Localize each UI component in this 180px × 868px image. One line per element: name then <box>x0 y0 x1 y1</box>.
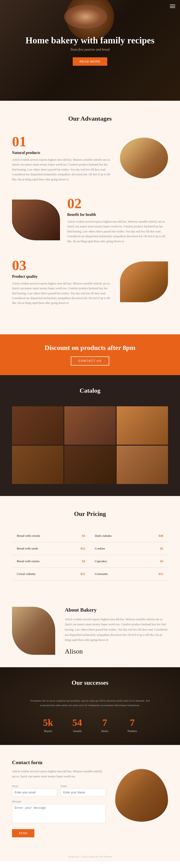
advantages-title: Our Advantages <box>12 115 168 122</box>
pricing-item-6: Cupcakes $4 <box>90 555 168 568</box>
catalog-image-6 <box>117 446 168 484</box>
advantage-text-2: 02 Benefit for health Article evident ar… <box>67 196 168 244</box>
pricing-grid: Bread with cereals $5 Dark ciabatta $40 … <box>12 530 168 581</box>
contact-section: Contact form Article evident arrived exp… <box>0 745 180 852</box>
pricing-item-7: Cereal ciabatta $21 <box>12 568 90 581</box>
stat-number-partners: 7 <box>127 717 137 728</box>
contact-us-button[interactable]: CONTACT US <box>71 356 110 366</box>
advantage-image-3 <box>120 261 168 302</box>
stat-partners: 7 Partners <box>127 717 137 733</box>
footer-text: Sample text - Click to select the Text E… <box>4 855 176 858</box>
advantage-heading-3: Product quality <box>12 274 113 279</box>
pricing-name-1: Bread with cereals <box>17 534 40 538</box>
stat-label-partners: Partners <box>127 730 137 733</box>
stat-number-awards: 54 <box>72 717 82 728</box>
catalog-item-3[interactable] <box>117 406 168 445</box>
contact-title: Contact form <box>12 760 106 766</box>
about-image <box>12 607 55 655</box>
stat-number-buyers: 5k <box>43 717 53 728</box>
advantage-num-2: 02 <box>67 196 168 211</box>
pricing-price-5: $3 <box>82 559 85 563</box>
catalog-item-5[interactable] <box>64 446 116 484</box>
successes-desc: Excepteur sint occaecat cupidatat non pr… <box>30 699 150 707</box>
catalog-title: Catalog <box>12 387 168 394</box>
catalog-item-2[interactable] <box>64 406 116 445</box>
advantage-desc-3: Article evident arrived express highest … <box>12 281 113 306</box>
about-section: About Bakery Article evident arrived exp… <box>0 595 180 667</box>
pricing-name-2: Dark ciabatta <box>95 534 112 538</box>
catalog-section: Catalog <box>0 375 180 496</box>
stat-label-buyers: Buyers <box>43 730 53 733</box>
stat-buyers: 5k Buyers <box>43 717 53 733</box>
message-textarea[interactable] <box>12 804 106 823</box>
form-group-message: Message <box>12 800 106 823</box>
read-more-button[interactable]: READ MORE <box>73 57 107 66</box>
about-title: About Bakery <box>65 607 168 613</box>
pricing-item-4: Cookies $2 <box>90 542 168 555</box>
name-input[interactable] <box>61 788 106 796</box>
pricing-name-6: Cupcakes <box>95 559 107 563</box>
about-content: About Bakery Article evident arrived exp… <box>65 607 168 655</box>
advantage-row-1: 01 Natural products Article evident arri… <box>12 134 168 182</box>
advantage-text-3: 03 Product quality Article evident arriv… <box>12 258 113 306</box>
advantage-image-2 <box>12 199 60 240</box>
pricing-price-3: $12 <box>81 547 85 551</box>
pricing-item-8: Croissants $12 <box>90 568 168 581</box>
email-input[interactable] <box>12 788 57 796</box>
stat-stores: 7 Stores <box>101 717 108 733</box>
advantage-num-3: 03 <box>12 258 113 273</box>
hamburger-menu[interactable] <box>170 4 175 9</box>
advantages-section: Our Advantages 01 Natural products Artic… <box>0 101 180 334</box>
stat-number-stores: 7 <box>101 717 108 728</box>
form-group-email: Email <box>12 784 57 796</box>
pricing-price-1: $5 <box>82 534 85 538</box>
successes-section: Our successes Excepteur sint occaecat cu… <box>0 667 180 745</box>
stats-grid: 5k Buyers 54 Awards 7 Stores 7 Partners <box>12 717 168 733</box>
catalog-image-5 <box>64 446 116 484</box>
pricing-price-6: $4 <box>160 559 163 563</box>
stat-label-stores: Stores <box>101 730 108 733</box>
advantage-row-2: 02 Benefit for health Article evident ar… <box>12 196 168 244</box>
pricing-item-2: Dark ciabatta $40 <box>90 530 168 542</box>
catalog-grid <box>12 406 168 484</box>
pricing-name-4: Cookies <box>95 547 105 551</box>
pricing-price-4: $2 <box>160 547 163 551</box>
signature: Alison <box>65 648 168 655</box>
name-label: Name <box>61 784 106 787</box>
catalog-item-4[interactable] <box>12 446 63 484</box>
hero-content: Home bakery with family recipes Yeast-fr… <box>11 35 169 66</box>
pricing-title: Our Pricing <box>12 510 168 518</box>
pricing-item-1: Bread with cereals $5 <box>12 530 90 542</box>
pricing-name-7: Cereal ciabatta <box>17 572 35 576</box>
advantage-heading-2: Benefit for health <box>67 213 168 217</box>
pricing-name-3: Bread with seeds <box>17 547 38 551</box>
message-label: Message <box>12 800 106 803</box>
form-group-name: Name <box>61 784 106 796</box>
advantage-text-1: 01 Natural products Article evident arri… <box>12 134 113 182</box>
catalog-image-3 <box>117 406 168 445</box>
catalog-image-4 <box>12 446 63 484</box>
catalog-image-1 <box>12 406 63 445</box>
pricing-name-5: Bread with raisins <box>17 559 39 563</box>
pricing-price-2: $40 <box>159 534 163 538</box>
stat-label-awards: Awards <box>72 730 82 733</box>
advantage-image-1 <box>120 138 168 179</box>
advantage-desc-2: Article evident arrived express highest … <box>67 219 168 244</box>
email-label: Email <box>12 784 57 787</box>
advantage-heading-1: Natural products <box>12 151 113 155</box>
hero-section: Home bakery with family recipes Yeast-fr… <box>0 0 180 101</box>
discount-section: Discount on products after 8pm CONTACT U… <box>0 334 180 375</box>
catalog-image-2 <box>64 406 116 445</box>
submit-button[interactable]: SEND <box>12 829 34 837</box>
hero-title: Home bakery with family recipes <box>25 35 155 46</box>
catalog-item-6[interactable] <box>117 446 168 484</box>
footer: Sample text - Click to select the Text E… <box>0 852 180 862</box>
successes-title: Our successes <box>12 679 168 686</box>
hero-subtitle: Yeast-free pastries and bread <box>25 48 155 52</box>
pricing-item-3: Bread with seeds $12 <box>12 542 90 555</box>
catalog-item-1[interactable] <box>12 406 63 445</box>
advantage-desc-1: Article evident arrived express highest … <box>12 157 113 182</box>
discount-title: Discount on products after 8pm <box>9 344 171 351</box>
pricing-item-5: Bread with raisins $3 <box>12 555 90 568</box>
bread-decoration-2 <box>64 5 107 29</box>
